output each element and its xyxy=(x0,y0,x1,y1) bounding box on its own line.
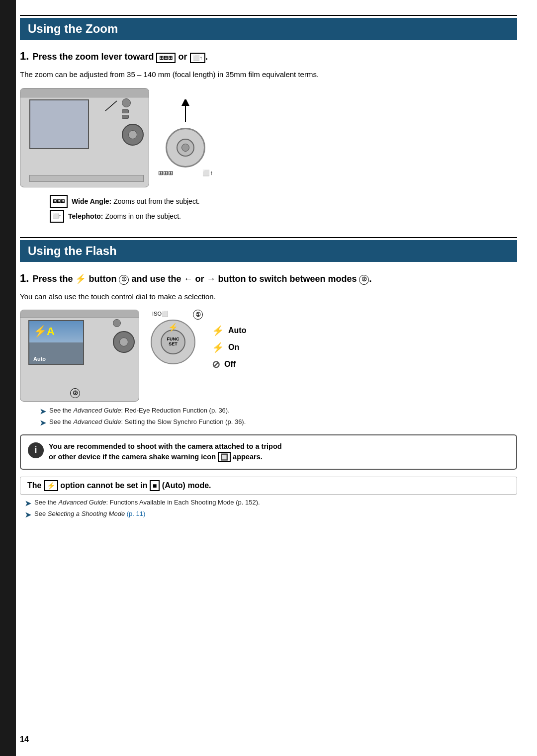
flash-step1-num: 1. xyxy=(20,272,29,284)
flash-ctrl-dial xyxy=(113,319,121,327)
info-box-auto: (Auto) mode. xyxy=(162,481,211,490)
warning-box: i You are recommended to shoot with the … xyxy=(20,434,517,470)
zoom-body-text: The zoom can be adjusted from 35 – 140 m… xyxy=(20,69,517,81)
wide-angle-icon: ⊞⊞⊞ xyxy=(50,195,68,208)
zoom-descriptions: ⊞⊞⊞ Wide Angle: Zooms out from the subje… xyxy=(50,194,517,223)
circled-1: ① xyxy=(119,275,129,285)
lcd-auto-text: Auto xyxy=(33,356,46,362)
info-auto-icon: ■ xyxy=(150,480,160,491)
flash-step1-text: Press the ⚡ button ① and use the ← or → … xyxy=(32,274,371,284)
ring-flash-icon: ⚡ xyxy=(168,323,178,332)
flash-section: Using the Flash 1. Press the ⚡ button ① … xyxy=(20,237,517,519)
zoom-rule xyxy=(20,15,517,16)
arrow-icon-1: ➤ xyxy=(40,407,46,416)
left-strip xyxy=(0,0,16,756)
dpad-diagram: ISO⬜ FUNC SET ⚡ xyxy=(148,310,203,364)
flash-on-line: ⚡ On xyxy=(212,341,246,353)
tele-icon: ⬜↑ xyxy=(50,210,64,223)
page-link[interactable]: (p. 11) xyxy=(127,510,146,517)
shake-icon: 🔲 xyxy=(218,452,231,462)
flash-image-row: ⚡A Auto ② xyxy=(20,310,517,402)
camera-controls xyxy=(122,98,144,146)
flash-auto-icon: ⚡ xyxy=(212,325,224,336)
telephoto-line: ⬜↑ Telephoto: Zooms in on the subject. xyxy=(50,209,517,223)
ctrl-btn2 xyxy=(122,115,129,119)
camera-bottom-bar xyxy=(29,175,144,182)
info-flash-icon: ⚡ xyxy=(44,480,58,491)
wide-angle-icon-box: ⊞⊞⊞ xyxy=(156,53,176,63)
flash-note-1-text: See the Advanced Guide: Red-Eye Reductio… xyxy=(49,407,230,414)
zoom-lever-labels: ⊞⊞⊞ ⬜↑ xyxy=(158,169,213,176)
flash-dpad xyxy=(113,331,135,353)
ctrl-dial xyxy=(122,98,131,107)
flash-cam-lcd: ⚡A Auto xyxy=(28,320,84,365)
flash-cam-controls xyxy=(113,319,135,353)
circled-2: ② xyxy=(359,275,369,285)
set-label: SET xyxy=(169,342,178,347)
zoom-camera-illustration xyxy=(20,88,149,187)
zoom-step1-heading: 1. Press the zoom lever toward ⊞⊞⊞ or ⬜↑… xyxy=(20,49,517,64)
warning-text: You are recommended to shoot with the ca… xyxy=(49,441,282,463)
warning-icon: i xyxy=(28,442,44,458)
flash-dpad-center xyxy=(119,337,128,346)
zoom-section: Using the Zoom 1. Press the zoom lever t… xyxy=(20,15,517,223)
adv-guide-italic-1: Advanced Guide xyxy=(73,407,121,414)
page-number: 14 xyxy=(20,735,29,744)
flash-auto-line: ⚡ Auto xyxy=(212,325,246,336)
adv-guide-italic-3: Advanced Guide xyxy=(58,499,106,506)
zoom-lever-diagram: ⊞⊞⊞ ⬜↑ xyxy=(158,99,213,176)
flash-camera-illustration: ⚡A Auto ② xyxy=(20,310,139,402)
camera-top-bar xyxy=(20,88,149,97)
flash-off-label: Off xyxy=(224,360,236,369)
sub-note-2: ➤ See Selecting a Shooting Mode (p. 11) xyxy=(25,510,517,519)
circled-1-dpad: ① xyxy=(193,310,203,320)
wide-angle-label: Wide Angle: Zooms out from the subject. xyxy=(72,194,200,208)
flash-off-line: ⊘ Off xyxy=(212,358,246,370)
dpad xyxy=(122,124,144,146)
flash-step1-heading: 1. Press the ⚡ button ① and use the ← or… xyxy=(20,271,517,286)
circled1-dpad: ① xyxy=(193,310,203,320)
sub-arrow-1: ➤ xyxy=(25,499,31,508)
flash-notes: ➤ See the Advanced Guide: Red-Eye Reduct… xyxy=(40,407,517,427)
arrow-up-svg xyxy=(163,99,208,124)
lcd-flash-icon: ⚡A xyxy=(33,325,55,338)
info-box-the: The xyxy=(27,481,41,490)
selecting-mode-italic: Selecting a Shooting Mode xyxy=(48,510,125,517)
wide-label-small: ⊞⊞⊞ xyxy=(158,169,173,176)
info-box-text: option cannot be set in xyxy=(60,481,150,490)
wide-angle-line: ⊞⊞⊞ Wide Angle: Zooms out from the subje… xyxy=(50,194,517,208)
sub-note-2-text: See Selecting a Shooting Mode (p. 11) xyxy=(34,510,145,517)
flash-cam-top xyxy=(20,310,139,318)
page: Using the Zoom 1. Press the zoom lever t… xyxy=(0,0,537,756)
info-box: The ⚡ option cannot be set in ■ (Auto) m… xyxy=(20,477,517,495)
zoom-step1-num: 1. xyxy=(20,50,29,62)
zoom-image-row: ⊞⊞⊞ ⬜↑ xyxy=(20,88,517,187)
flash-auto-label: Auto xyxy=(228,326,246,335)
flash-off-icon: ⊘ xyxy=(212,358,220,370)
dpad-center xyxy=(128,130,137,139)
dpad-outer-ring: FUNC SET ⚡ xyxy=(151,320,195,364)
zoom-arrow-up xyxy=(163,99,208,126)
sub-arrow-2: ➤ xyxy=(25,510,31,519)
tele-label-small: ⬜↑ xyxy=(202,169,213,176)
svg-line-0 xyxy=(105,101,117,111)
zoom-wheel-inner xyxy=(181,144,189,152)
dpad-closeup: ISO⬜ FUNC SET ⚡ xyxy=(148,310,203,364)
flash-body-text: You can also use the touch control dial … xyxy=(20,291,517,303)
main-content: Using the Zoom 1. Press the zoom lever t… xyxy=(20,0,517,519)
flash-on-icon: ⚡ xyxy=(212,341,224,353)
func-set-btn: FUNC SET xyxy=(161,330,185,354)
adv-guide-italic-2: Advanced Guide xyxy=(73,418,121,425)
flash-modes-col: ⚡ Auto ⚡ On ⊘ Off xyxy=(212,310,246,370)
camera-lcd xyxy=(29,99,89,149)
callout-line xyxy=(103,98,118,113)
camera-back-img xyxy=(20,88,149,187)
flash-note-2-text: See the Advanced Guide: Setting the Slow… xyxy=(49,418,246,425)
sub-notes: ➤ See the Advanced Guide: Functions Avai… xyxy=(25,499,517,519)
arrow-icon-2: ➤ xyxy=(40,419,46,427)
flash-on-label: On xyxy=(228,343,239,352)
sub-note-1: ➤ See the Advanced Guide: Functions Avai… xyxy=(25,499,517,508)
tele-label: Telephoto: Zooms in on the subject. xyxy=(68,209,181,223)
flash-camera-back: ⚡A Auto ② xyxy=(20,310,139,402)
zoom-step1-text: Press the zoom lever toward ⊞⊞⊞ or ⬜↑. xyxy=(32,52,208,62)
